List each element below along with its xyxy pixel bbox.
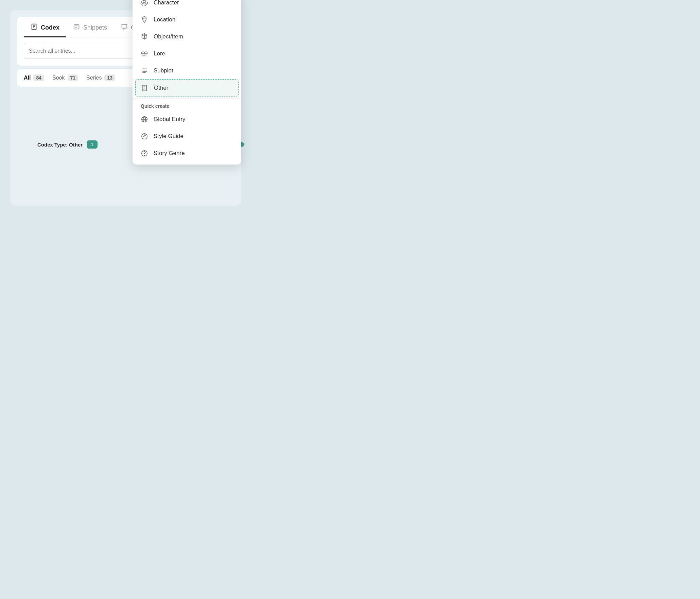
svg-point-11	[144, 18, 145, 19]
dropdown-item-character[interactable]: Character	[133, 0, 241, 11]
filter-tab-book[interactable]: Book 71	[52, 74, 78, 81]
tab-codex-label: Codex	[41, 24, 59, 31]
object-icon	[141, 33, 148, 40]
style-icon	[141, 133, 148, 140]
filter-tab-series[interactable]: Series 13	[86, 74, 115, 81]
dropdown-subplot-label: Subplot	[154, 67, 173, 74]
filter-book-badge: 71	[68, 74, 78, 81]
dropdown-lore-label: Lore	[154, 50, 165, 57]
lore-icon	[141, 50, 148, 57]
filter-tab-all[interactable]: All 84	[24, 74, 44, 81]
dropdown-character-label: Character	[154, 0, 179, 6]
canvas-area: Codex Type: Other 1 Character	[17, 90, 234, 199]
codex-type-group: Codex Type: Other 1	[37, 140, 98, 149]
tab-snippets[interactable]: Snippets	[66, 17, 114, 37]
quick-create-label: Quick create	[133, 100, 241, 111]
dropdown-item-subplot[interactable]: Subplot	[133, 62, 241, 79]
dropdown-item-object[interactable]: Object/Item	[133, 28, 241, 45]
chats-icon	[121, 23, 128, 32]
dropdown-item-genre[interactable]: Story Genre	[133, 145, 241, 162]
codex-icon	[31, 23, 38, 32]
svg-point-9	[143, 0, 145, 3]
dropdown-item-style[interactable]: Style Guide	[133, 128, 241, 145]
dropdown-item-lore[interactable]: Lore	[133, 45, 241, 62]
global-icon	[141, 116, 148, 123]
character-icon	[141, 0, 148, 6]
dropdown-item-other[interactable]: Other	[135, 79, 239, 97]
svg-point-36	[144, 155, 145, 156]
filter-all-badge: 84	[33, 74, 44, 81]
codex-type-text: Codex Type: Other	[37, 142, 83, 148]
filter-series-badge: 13	[104, 74, 115, 81]
location-icon	[141, 16, 148, 23]
dropdown-genre-label: Story Genre	[154, 150, 185, 157]
dropdown-menu: Character Location Object/Item	[133, 0, 241, 165]
dropdown-other-label: Other	[154, 85, 169, 91]
dropdown-divider	[133, 98, 241, 99]
tab-codex[interactable]: Codex	[24, 17, 66, 37]
snippets-icon	[73, 23, 81, 32]
svg-rect-13	[145, 52, 147, 54]
svg-point-34	[144, 135, 145, 136]
filter-book-label: Book	[52, 75, 65, 81]
other-icon	[141, 84, 148, 92]
dropdown-global-label: Global Entry	[154, 116, 186, 123]
genre-icon	[141, 150, 148, 157]
filter-series-label: Series	[86, 75, 102, 81]
tab-snippets-label: Snippets	[83, 24, 107, 31]
dropdown-item-global[interactable]: Global Entry	[133, 111, 241, 128]
dropdown-object-label: Object/Item	[154, 33, 183, 40]
dropdown-style-label: Style Guide	[154, 133, 183, 140]
dropdown-location-label: Location	[154, 16, 175, 23]
svg-rect-12	[142, 52, 144, 54]
dropdown-item-location[interactable]: Location	[133, 11, 241, 28]
main-container: Codex Snippets Chats	[10, 10, 241, 206]
search-input[interactable]	[29, 48, 141, 54]
codex-type-badge[interactable]: 1	[87, 140, 98, 149]
subplot-icon	[141, 67, 148, 74]
filter-all-label: All	[24, 75, 31, 81]
